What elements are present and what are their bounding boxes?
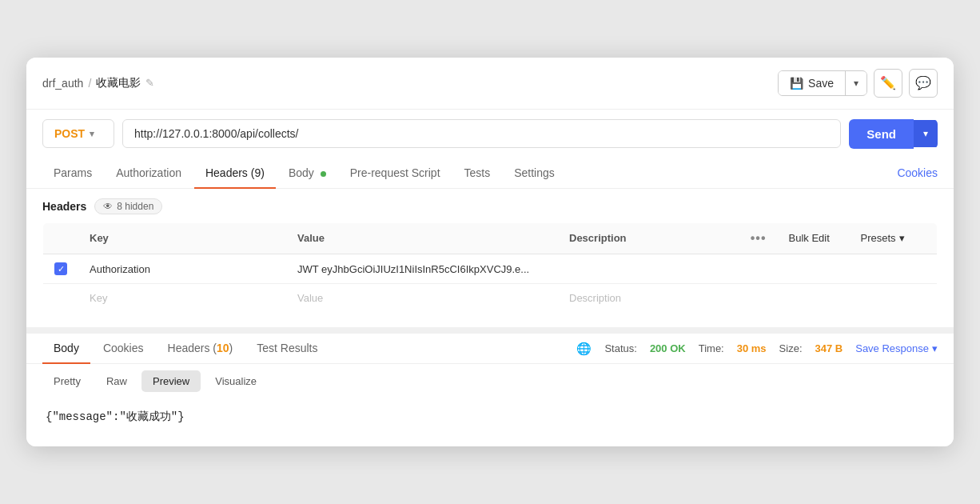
resp-tab-headers[interactable]: Headers (10) xyxy=(157,334,245,364)
format-pretty-label: Pretty xyxy=(54,375,81,387)
row1-more-cell xyxy=(739,254,778,284)
request-name: 收藏电影 xyxy=(96,76,141,90)
resp-tab-body[interactable]: Body xyxy=(42,334,90,364)
row1-value: JWT eyJhbGciOiJIUzI1NiIsInR5cCI6IkpXVCJ9… xyxy=(297,263,529,275)
save-dropdown-arrow[interactable]: ▾ xyxy=(846,72,866,94)
save-button-group: 💾 Save ▾ xyxy=(778,70,867,96)
cookies-link[interactable]: Cookies xyxy=(897,166,938,179)
col-value-header: Value xyxy=(286,222,558,254)
format-tab-raw[interactable]: Raw xyxy=(95,370,138,392)
response-body: {"message":"收藏成功"} xyxy=(26,398,954,446)
col-desc-header: Description xyxy=(558,222,739,254)
request-tabs: Params Authorization Headers (9) Body Pr… xyxy=(26,158,954,189)
row1-key-cell: Authorization xyxy=(78,254,286,284)
pencil-icon: ✏️ xyxy=(880,75,896,90)
format-raw-label: Raw xyxy=(106,375,127,387)
tab-params-label: Params xyxy=(54,166,92,179)
comment-icon-btn[interactable]: 💬 xyxy=(909,69,938,98)
tab-pre-request-script[interactable]: Pre-request Script xyxy=(339,158,452,189)
col-check-header xyxy=(43,222,79,254)
more-dots-header[interactable]: ••• xyxy=(751,231,767,245)
resp-tab-cookies-label: Cookies xyxy=(103,342,144,354)
response-body-text: {"message":"收藏成功"} xyxy=(46,410,185,423)
response-status-bar: 🌐 Status: 200 OK Time: 30 ms Size: 347 B… xyxy=(576,342,938,356)
top-bar: drf_auth / 收藏电影 ✎ 💾 Save ▾ ✏️ 💬 xyxy=(26,58,954,110)
tab-tests-label: Tests xyxy=(464,166,491,179)
table-header-row: Key Value Description ••• Bulk Edit Pres… xyxy=(43,222,938,254)
resp-headers-count: 10 xyxy=(217,342,229,354)
body-dot xyxy=(321,171,326,177)
save-response-label: Save Response xyxy=(855,342,929,354)
url-input[interactable] xyxy=(122,119,841,148)
row2-value-cell[interactable]: Value xyxy=(286,284,558,313)
resp-tab-cookies[interactable]: Cookies xyxy=(92,334,155,364)
table-row: Authorization JWT eyJhbGciOiJIUzI1NiIsIn… xyxy=(43,254,938,284)
row1-desc-cell xyxy=(558,254,739,284)
resp-tab-test-label: Test Results xyxy=(257,342,317,354)
breadcrumb-sep: / xyxy=(88,77,91,90)
save-response-arrow: ▾ xyxy=(932,342,938,354)
row2-value-placeholder: Value xyxy=(297,292,323,304)
save-label: Save xyxy=(808,77,834,90)
hidden-count: 8 hidden xyxy=(117,201,153,212)
hidden-badge: 👁 8 hidden xyxy=(94,198,162,214)
time-label: Time: xyxy=(699,342,724,354)
send-button[interactable]: Send xyxy=(849,119,914,149)
format-tab-visualize[interactable]: Visualize xyxy=(204,370,268,392)
size-value: 347 B xyxy=(815,342,843,354)
edit-icon[interactable]: ✎ xyxy=(145,77,154,89)
presets-arrow-icon: ▾ xyxy=(899,232,905,244)
resp-tab-test-results[interactable]: Test Results xyxy=(245,334,329,364)
eye-icon: 👁 xyxy=(103,201,113,212)
tab-params[interactable]: Params xyxy=(42,158,103,189)
top-actions: 💾 Save ▾ ✏️ 💬 xyxy=(778,69,938,98)
send-dropdown-arrow[interactable]: ▾ xyxy=(914,120,938,147)
tab-headers-label: Headers (9) xyxy=(205,166,265,179)
row2-check-cell xyxy=(43,284,79,313)
bulk-edit-button[interactable]: Bulk Edit xyxy=(789,232,830,244)
save-button[interactable]: 💾 Save xyxy=(779,71,846,95)
send-button-group: Send ▾ xyxy=(849,119,938,149)
tab-body[interactable]: Body xyxy=(277,158,337,189)
row2-desc-placeholder: Description xyxy=(569,292,621,304)
tab-authorization[interactable]: Authorization xyxy=(105,158,193,189)
method-label: POST xyxy=(54,127,85,140)
edit-icon-btn[interactable]: ✏️ xyxy=(874,69,902,98)
method-select[interactable]: POST ▾ xyxy=(42,119,114,148)
resp-tab-body-label: Body xyxy=(54,342,79,354)
headers-title-row: Headers 👁 8 hidden xyxy=(42,198,938,214)
presets-button[interactable]: Presets ▾ xyxy=(861,232,905,244)
tab-settings[interactable]: Settings xyxy=(503,158,566,189)
breadcrumb: drf_auth / 收藏电影 ✎ xyxy=(42,76,154,90)
row2-more-cell xyxy=(739,284,778,313)
tab-tests[interactable]: Tests xyxy=(453,158,502,189)
response-section: Body Cookies Headers (10) Test Results 🌐… xyxy=(26,327,954,446)
headers-label: Headers xyxy=(42,200,86,213)
row1-check-cell[interactable] xyxy=(43,254,79,284)
project-name: drf_auth xyxy=(42,77,83,90)
resp-tab-headers-label: Headers (10) xyxy=(168,342,233,354)
tab-headers[interactable]: Headers (9) xyxy=(194,158,276,189)
table-row-empty: Key Value Description xyxy=(43,284,938,313)
url-bar: POST ▾ Send ▾ xyxy=(26,110,954,158)
save-response-button[interactable]: Save Response ▾ xyxy=(855,342,938,354)
headers-count: 9 xyxy=(254,166,261,179)
save-disk-icon: 💾 xyxy=(790,77,803,90)
method-arrow-icon: ▾ xyxy=(90,129,94,139)
row2-bulk-cell xyxy=(778,284,850,313)
row1-checkbox[interactable] xyxy=(54,262,67,275)
format-preview-label: Preview xyxy=(153,375,189,387)
comment-icon: 💬 xyxy=(915,75,931,90)
row1-key: Authorization xyxy=(90,263,150,275)
row2-desc-cell[interactable]: Description xyxy=(558,284,739,313)
format-tab-preview[interactable]: Preview xyxy=(141,370,201,392)
status-value: 200 OK xyxy=(650,342,686,354)
tab-settings-label: Settings xyxy=(514,166,555,179)
tab-authorization-label: Authorization xyxy=(116,166,181,179)
format-visualize-label: Visualize xyxy=(215,375,257,387)
globe-icon: 🌐 xyxy=(576,342,592,356)
row2-key-cell[interactable]: Key xyxy=(78,284,286,313)
col-more-header: ••• xyxy=(739,222,778,254)
format-tab-pretty[interactable]: Pretty xyxy=(42,370,92,392)
time-value: 30 ms xyxy=(737,342,767,354)
